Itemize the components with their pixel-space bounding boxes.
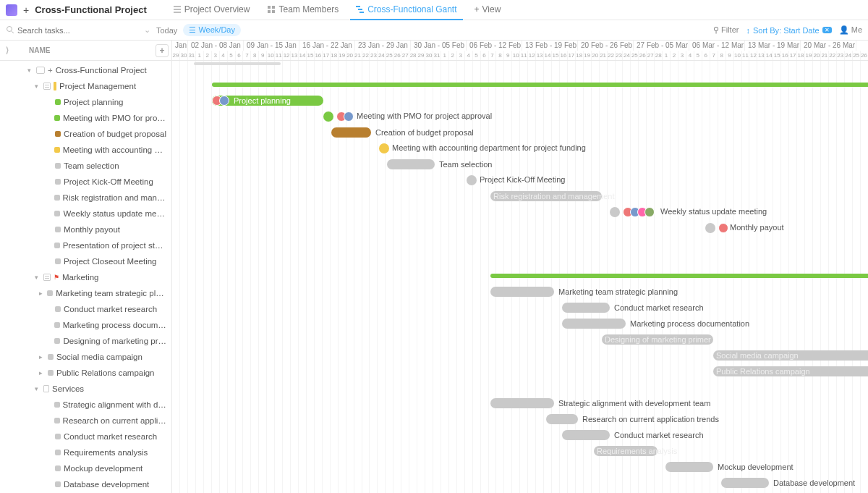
day-header[interactable]: 21	[600, 51, 608, 61]
day-header[interactable]: 10	[734, 51, 742, 61]
gantt-task-bar[interactable]: Social media campaign	[713, 350, 868, 361]
day-header[interactable]: 3	[212, 51, 220, 61]
day-header[interactable]: 2	[204, 51, 212, 61]
day-header[interactable]: 20	[813, 51, 821, 61]
task-row[interactable]: ▸Marketing team strategic planning	[0, 285, 171, 301]
week-header[interactable]: 06 Mar - 12 Mar	[689, 41, 745, 51]
day-header[interactable]: 15	[307, 51, 315, 61]
day-header[interactable]: 9	[504, 51, 512, 61]
tab-team[interactable]: Team Members	[261, 0, 344, 20]
day-header[interactable]: 5	[228, 51, 236, 61]
day-header[interactable]: 21	[354, 51, 362, 61]
day-header[interactable]: 13	[291, 51, 299, 61]
day-header[interactable]: 14	[299, 51, 307, 61]
gantt-task-bar[interactable]: Requirements analysis	[594, 446, 658, 456]
gantt-task-bar[interactable]: Project planning	[212, 96, 323, 106]
day-header[interactable]: 27	[401, 51, 409, 61]
day-header[interactable]: 21	[821, 51, 829, 61]
gantt-task-bar[interactable]: Database development	[721, 478, 769, 488]
day-header[interactable]: 15	[552, 51, 560, 61]
task-row[interactable]: Mockup development	[0, 460, 171, 476]
day-header[interactable]: 30	[425, 51, 433, 61]
day-header[interactable]: 12	[283, 51, 291, 61]
day-header[interactable]: 23	[370, 51, 378, 61]
week-header[interactable]: 20 Mar - 26 Mar	[801, 41, 856, 51]
day-header[interactable]: 11	[520, 51, 528, 61]
gantt-milestone[interactable]	[379, 143, 389, 153]
task-row[interactable]: Project planning	[0, 94, 171, 110]
gantt-task-bar[interactable]: Risk registration and management	[490, 191, 602, 201]
task-row[interactable]: Team selection	[0, 158, 171, 174]
chevron-icon[interactable]: ▸	[39, 290, 44, 297]
task-row[interactable]: Meeting with accounting depart...	[0, 142, 171, 158]
task-row[interactable]: Research on current application ...	[0, 413, 171, 429]
task-row[interactable]: Meeting with PMO for project a...	[0, 110, 171, 126]
gantt-task-bar[interactable]: Marketing team strategic planning	[490, 287, 554, 297]
day-header[interactable]: 19	[339, 51, 346, 61]
day-header[interactable]: 19	[584, 51, 592, 61]
day-header[interactable]: 24	[623, 51, 631, 61]
day-header[interactable]: 24	[845, 51, 853, 61]
task-row[interactable]: Presentation of project status re...	[0, 237, 171, 253]
day-header[interactable]: 7	[710, 51, 718, 61]
search-input[interactable]	[17, 26, 104, 35]
day-header[interactable]: 2	[671, 51, 678, 61]
gantt-milestone[interactable]	[610, 207, 620, 217]
task-row[interactable]: Requirements analysis	[0, 444, 171, 460]
collapse-icon[interactable]: ⟩	[6, 46, 9, 55]
task-row[interactable]: ▾+Cross-Functional Project	[0, 62, 171, 78]
day-header[interactable]: 23	[616, 51, 624, 61]
day-header[interactable]: 22	[608, 51, 616, 61]
day-header[interactable]: 26	[639, 51, 647, 61]
day-header[interactable]: 23	[837, 51, 845, 61]
day-header[interactable]: 5	[694, 51, 702, 61]
chevron-icon[interactable]: ▸	[39, 369, 45, 376]
task-row[interactable]: Conduct market research	[0, 301, 171, 317]
day-header[interactable]: 16	[560, 51, 568, 61]
day-header[interactable]: 4	[465, 51, 473, 61]
gantt-task-bar[interactable]: Public Relations campaign	[713, 366, 868, 376]
task-row[interactable]: Strategic alignment with develop...	[0, 397, 171, 413]
week-header[interactable]: 13 Feb - 19 Feb	[522, 41, 578, 51]
day-header[interactable]: 26	[393, 51, 401, 61]
task-row[interactable]: Database development	[0, 476, 171, 492]
day-header[interactable]: 9	[259, 51, 267, 61]
gantt-group-bar[interactable]	[212, 83, 868, 87]
gantt-task-bar[interactable]: Team selection	[387, 159, 435, 169]
day-header[interactable]: 18	[576, 51, 584, 61]
task-row[interactable]: Project Kick-Off Meeting	[0, 174, 171, 190]
gantt-task-bar[interactable]: Mockup development	[665, 462, 713, 472]
gantt-task-bar[interactable]: Designing of marketing primer	[602, 334, 713, 345]
week-header[interactable]: 23 Jan - 29 Jan	[355, 41, 411, 51]
gantt-group-bar[interactable]	[490, 274, 868, 278]
week-header[interactable]: 16 Jan - 22 Jan	[299, 41, 355, 51]
day-header[interactable]: 6	[236, 51, 244, 61]
day-header[interactable]: 10	[267, 51, 275, 61]
day-header[interactable]: 8	[251, 51, 259, 61]
day-header[interactable]: 31	[188, 51, 196, 61]
gantt-task-bar[interactable]: Research on current application trends	[546, 414, 578, 424]
day-header[interactable]: 7	[243, 51, 251, 61]
gantt-task-bar[interactable]: Strategic alignment with development tea…	[490, 398, 554, 408]
task-row[interactable]: Marketing process documentation	[0, 317, 171, 333]
day-header[interactable]: 25	[631, 51, 639, 61]
day-header[interactable]: 18	[331, 51, 339, 61]
task-row[interactable]: ▾Services	[0, 381, 171, 397]
day-header[interactable]: 18	[797, 51, 805, 61]
day-header[interactable]: 20	[592, 51, 600, 61]
day-header[interactable]: 17	[789, 51, 797, 61]
day-header[interactable]: 29	[172, 51, 180, 61]
day-header[interactable]: 1	[441, 51, 449, 61]
day-header[interactable]: 28	[655, 51, 663, 61]
day-header[interactable]: 4	[686, 51, 694, 61]
chevron-icon[interactable]: ▾	[35, 83, 41, 90]
day-header[interactable]: 3	[678, 51, 686, 61]
day-header[interactable]: 12	[749, 51, 757, 61]
gantt-body[interactable]: Project planningMeeting with PMO for pro…	[172, 61, 868, 493]
chevron-icon[interactable]: ▾	[27, 67, 33, 74]
day-header[interactable]: 26	[861, 51, 868, 61]
add-icon[interactable]: +	[23, 5, 29, 15]
day-header[interactable]: 29	[417, 51, 425, 61]
chevron-icon[interactable]: ▸	[39, 353, 45, 361]
gantt-task-bar[interactable]: Marketing process documentation	[562, 319, 626, 329]
